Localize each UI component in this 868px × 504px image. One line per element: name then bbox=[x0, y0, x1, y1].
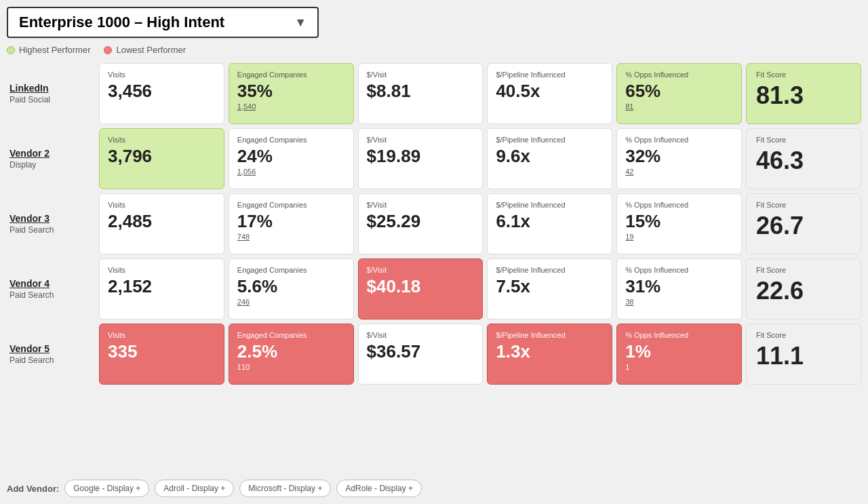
metric-value: 9.6x bbox=[496, 147, 604, 166]
add-vendor-tag[interactable]: Adroll - Display + bbox=[155, 480, 234, 497]
fit-score-label: Fit Score bbox=[756, 136, 851, 144]
metric-sub: 246 bbox=[237, 298, 345, 306]
metric-cost_per_visit: $/Visit $25.29 bbox=[358, 193, 484, 254]
metric-sub: 110 bbox=[237, 363, 345, 371]
vendor-label-2: Vendor 3 Paid Search bbox=[7, 193, 95, 254]
metric-engaged: Engaged Companies 17% 748 bbox=[229, 193, 354, 254]
metric-value: 24% bbox=[237, 147, 345, 166]
metric-label: $/Pipeline Influenced bbox=[496, 266, 604, 274]
vendor-name[interactable]: Vendor 3 bbox=[9, 213, 50, 224]
metric-sub: 1,540 bbox=[237, 102, 345, 111]
vendor-type: Paid Search bbox=[9, 355, 54, 365]
metric-label: $/Visit bbox=[367, 201, 475, 209]
metric-sub: 19 bbox=[625, 233, 733, 241]
vendor-name[interactable]: Vendor 2 bbox=[9, 148, 50, 159]
metric-label: Visits bbox=[108, 136, 216, 144]
vendor-type: Paid Search bbox=[9, 225, 54, 235]
vendor-name[interactable]: LinkedIn bbox=[9, 83, 49, 94]
fit-score-label: Fit Score bbox=[756, 266, 851, 274]
segment-dropdown[interactable]: Enterprise 1000 – High Intent ▼ bbox=[7, 7, 319, 38]
legend: Highest Performer Lowest Performer bbox=[7, 45, 861, 55]
fit-score-card: Fit Score 22.6 bbox=[746, 258, 861, 319]
metric-opps: % Opps Influenced 65% 81 bbox=[616, 63, 742, 124]
metric-label: $/Pipeline Influenced bbox=[496, 71, 604, 79]
metric-label: Visits bbox=[108, 71, 216, 79]
legend-highest: Highest Performer bbox=[7, 45, 90, 55]
metric-value: 2,485 bbox=[108, 212, 216, 231]
metric-value: $8.81 bbox=[367, 81, 475, 101]
metric-value: $19.89 bbox=[367, 147, 475, 166]
vendor-row: Vendor 3 Paid Search Visits 2,485 Engage… bbox=[7, 193, 861, 254]
metric-engaged: Engaged Companies 2.5% 110 bbox=[229, 324, 354, 385]
vendor-name[interactable]: Vendor 5 bbox=[9, 343, 50, 354]
metric-label: $/Pipeline Influenced bbox=[496, 331, 604, 339]
metric-sub: 748 bbox=[237, 233, 345, 241]
metric-value: 31% bbox=[625, 277, 733, 296]
metric-value: 17% bbox=[237, 212, 345, 231]
metric-value: 1% bbox=[625, 342, 733, 362]
vendor-row: LinkedIn Paid Social Visits 3,456 Engage… bbox=[7, 63, 861, 124]
lowest-dot bbox=[104, 46, 112, 54]
metric-label: $/Visit bbox=[367, 331, 475, 339]
vendor-tag-label: Google - Display + bbox=[73, 484, 140, 493]
metric-opps: % Opps Influenced 1% 1 bbox=[616, 324, 742, 385]
fit-score-card: Fit Score 81.3 bbox=[746, 63, 861, 124]
chevron-down-icon: ▼ bbox=[294, 16, 307, 30]
metric-value: 32% bbox=[625, 147, 733, 166]
metric-value: $36.57 bbox=[367, 342, 475, 362]
metric-visits: Visits 3,456 bbox=[99, 63, 224, 124]
metric-opps: % Opps Influenced 32% 42 bbox=[616, 128, 742, 189]
metric-sub: 1 bbox=[625, 363, 733, 371]
metric-label: % Opps Influenced bbox=[625, 201, 733, 209]
fit-score-card: Fit Score 46.3 bbox=[746, 128, 861, 189]
metric-value: 2.5% bbox=[237, 342, 345, 362]
metric-sub: 38 bbox=[625, 298, 733, 306]
metric-cost_per_visit: $/Visit $8.81 bbox=[358, 63, 484, 124]
metric-value: 1.3x bbox=[496, 342, 604, 362]
fit-score-label: Fit Score bbox=[756, 201, 851, 209]
vendor-label-3: Vendor 4 Paid Search bbox=[7, 258, 95, 319]
metric-label: $/Pipeline Influenced bbox=[496, 136, 604, 144]
metric-opps: % Opps Influenced 31% 38 bbox=[616, 258, 742, 319]
add-vendor-tag[interactable]: AdRole - Display + bbox=[336, 480, 422, 497]
metric-pipeline: $/Pipeline Influenced 40.5x bbox=[487, 63, 612, 124]
add-vendor-label: Add Vendor: bbox=[7, 484, 59, 494]
metric-visits: Visits 335 bbox=[99, 324, 224, 385]
highest-dot bbox=[7, 46, 15, 54]
fit-score-label: Fit Score bbox=[756, 71, 851, 79]
vendor-label-4: Vendor 5 Paid Search bbox=[7, 324, 95, 385]
metric-cost_per_visit: $/Visit $40.18 bbox=[358, 258, 484, 319]
fit-score-card: Fit Score 26.7 bbox=[746, 193, 861, 254]
vendor-row: Vendor 2 Display Visits 3,796 Engaged Co… bbox=[7, 128, 861, 189]
fit-score-card: Fit Score 11.1 bbox=[746, 324, 861, 385]
metric-value: 35% bbox=[237, 81, 345, 101]
vendor-label-1: Vendor 2 Display bbox=[7, 128, 95, 189]
metric-value: 5.6% bbox=[237, 277, 345, 296]
metric-value: 3,796 bbox=[108, 147, 216, 166]
metric-label: Visits bbox=[108, 266, 216, 274]
metric-visits: Visits 3,796 bbox=[99, 128, 224, 189]
metric-label: % Opps Influenced bbox=[625, 71, 733, 79]
metric-pipeline: $/Pipeline Influenced 9.6x bbox=[487, 128, 612, 189]
page-wrapper: Enterprise 1000 – High Intent ▼ Highest … bbox=[0, 0, 868, 504]
vendor-type: Paid Search bbox=[9, 290, 54, 300]
metric-cost_per_visit: $/Visit $36.57 bbox=[358, 324, 484, 385]
fit-score-value: 46.3 bbox=[756, 147, 851, 175]
metric-sub: 42 bbox=[625, 168, 733, 176]
add-vendor-tag[interactable]: Microsoft - Display + bbox=[239, 480, 331, 497]
vendor-name[interactable]: Vendor 4 bbox=[9, 278, 50, 289]
metric-value: 2,152 bbox=[108, 277, 216, 296]
vendor-grid: LinkedIn Paid Social Visits 3,456 Engage… bbox=[7, 63, 861, 474]
highest-label: Highest Performer bbox=[19, 45, 90, 55]
metric-opps: % Opps Influenced 15% 19 bbox=[616, 193, 742, 254]
metric-pipeline: $/Pipeline Influenced 1.3x bbox=[487, 324, 612, 385]
metric-value: 65% bbox=[625, 81, 733, 101]
fit-score-value: 22.6 bbox=[756, 277, 851, 305]
add-vendor-tag[interactable]: Google - Display + bbox=[64, 480, 149, 497]
metric-engaged: Engaged Companies 5.6% 246 bbox=[229, 258, 354, 319]
metric-label: $/Visit bbox=[367, 71, 475, 79]
metric-value: 335 bbox=[108, 342, 216, 362]
vendor-tag-label: Adroll - Display + bbox=[163, 484, 225, 493]
fit-score-value: 26.7 bbox=[756, 212, 851, 240]
vendor-row: Vendor 5 Paid Search Visits 335 Engaged … bbox=[7, 324, 861, 385]
